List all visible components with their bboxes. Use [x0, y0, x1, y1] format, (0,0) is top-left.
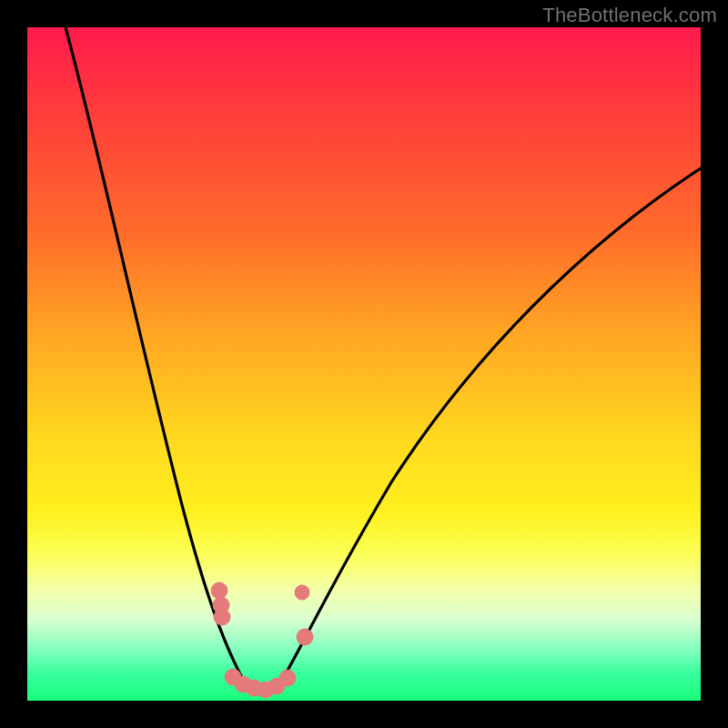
chart-frame: TheBottleneck.com — [0, 0, 728, 728]
watermark-text: TheBottleneck.com — [542, 4, 717, 27]
plot-gradient-area — [27, 27, 701, 701]
